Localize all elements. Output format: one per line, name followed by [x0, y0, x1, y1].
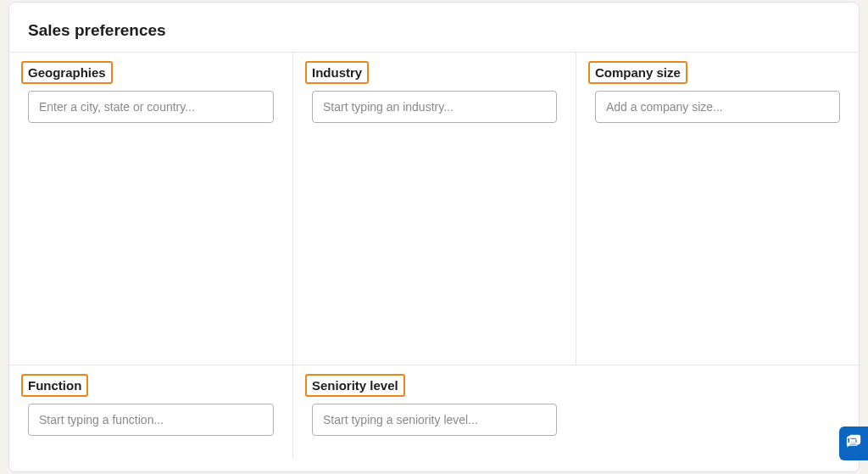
preferences-grid: Geographies Industry Company size Functi… [9, 52, 859, 459]
geographies-label-highlight: Geographies [21, 61, 113, 84]
company-size-input[interactable] [595, 91, 840, 123]
geographies-label: Geographies [28, 65, 106, 81]
company-size-cell: Company size [576, 52, 859, 365]
industry-cell: Industry [292, 52, 576, 365]
chat-icon [845, 433, 862, 454]
industry-label: Industry [312, 65, 362, 81]
chat-button[interactable] [839, 427, 868, 460]
geographies-input[interactable] [28, 91, 274, 123]
seniority-label: Seniority level [312, 378, 398, 393]
company-size-label-highlight: Company size [588, 61, 687, 84]
function-cell: Function [9, 365, 292, 459]
seniority-cell: Seniority level [292, 365, 576, 459]
seniority-input[interactable] [312, 404, 557, 436]
function-input[interactable] [28, 404, 274, 436]
page-title: Sales preferences [9, 21, 859, 52]
industry-input[interactable] [312, 91, 557, 123]
function-label: Function [28, 378, 81, 393]
geographies-cell: Geographies [9, 52, 292, 365]
company-size-label: Company size [595, 65, 681, 81]
function-label-highlight: Function [21, 374, 88, 397]
sales-preferences-card: Sales preferences Geographies Industry C… [8, 2, 860, 472]
empty-cell [576, 365, 859, 459]
industry-label-highlight: Industry [305, 61, 369, 84]
seniority-label-highlight: Seniority level [305, 374, 405, 397]
